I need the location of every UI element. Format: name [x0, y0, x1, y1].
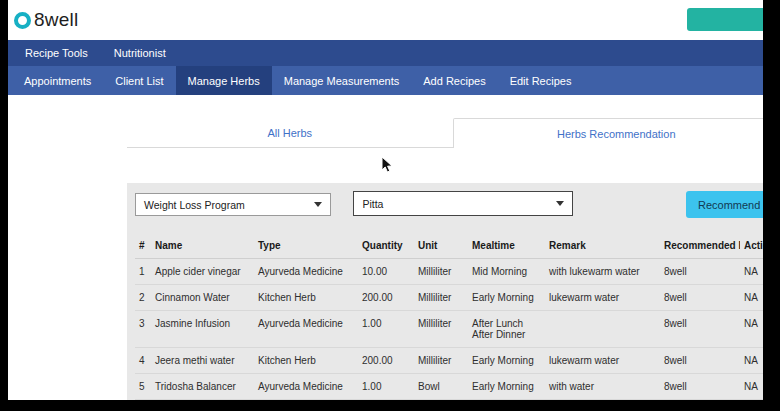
nav-item-manage-herbs[interactable]: Manage Herbs	[176, 66, 272, 95]
cell-unit: Bowl	[414, 374, 468, 400]
cell-quantity: 10.00	[358, 259, 414, 285]
cell-remark: with lukewarm water	[545, 259, 660, 285]
cell-recommended-by: 8well	[660, 311, 740, 348]
cell-remark	[545, 311, 660, 348]
nav-item-appointments[interactable]: Appointments	[12, 66, 103, 95]
col-header-unit: Unit	[414, 233, 468, 259]
table-row: 5 Tridosha Balancer Ayurveda Medicine 1.…	[135, 374, 772, 400]
cell-type: Ayurveda Medicine	[254, 311, 358, 348]
cell-type: Kitchen Herb	[254, 348, 358, 374]
nav-item-nutritionist[interactable]: Nutritionist	[101, 40, 179, 66]
col-header-recommended-by: Recommended By	[660, 233, 740, 259]
mouse-cursor-icon	[379, 156, 395, 178]
herbs-table: # Name Type Quantity Unit Mealtime Remar…	[135, 233, 772, 400]
cell-recommended-by: 8well	[660, 259, 740, 285]
cell-name: Tridosha Balancer	[151, 374, 254, 400]
cell-unit: Milliliter	[414, 348, 468, 374]
nav-item-add-recipes[interactable]: Add Recipes	[411, 66, 497, 95]
cell-num: 5	[135, 374, 151, 400]
tab-bar: All Herbs Herbs Recommendation	[127, 118, 780, 148]
app-content: 8well Recipe Tools Nutritionist Appointm…	[8, 0, 780, 400]
cell-quantity: 1.00	[358, 311, 414, 348]
dosha-select-value: Pitta	[362, 198, 383, 210]
logo-icon	[14, 12, 31, 29]
recommendation-panel: Weight Loss Program Pitta Recommend Herb…	[127, 183, 780, 400]
cell-unit: Milliliter	[414, 285, 468, 311]
dosha-select[interactable]: Pitta	[353, 191, 573, 216]
secondary-nav: Appointments Client List Manage Herbs Ma…	[8, 66, 780, 95]
cell-remark: with water	[545, 374, 660, 400]
cell-mealtime: Mid Morning	[468, 259, 545, 285]
cell-type: Ayurveda Medicine	[254, 374, 358, 400]
cell-name: Jeera methi water	[151, 348, 254, 374]
tab-herbs-recommendation[interactable]: Herbs Recommendation	[453, 118, 780, 148]
table-row: 3 Jasmine Infusion Ayurveda Medicine 1.0…	[135, 311, 772, 348]
tab-all-herbs[interactable]: All Herbs	[127, 118, 453, 148]
cell-remark: lukewarm water	[545, 348, 660, 374]
letterbox-right	[763, 0, 780, 411]
cell-type: Kitchen Herb	[254, 285, 358, 311]
col-header-name: Name	[151, 233, 254, 259]
cell-quantity: 1.00	[358, 374, 414, 400]
letterbox-left	[0, 0, 8, 411]
primary-nav: Recipe Tools Nutritionist	[8, 40, 780, 66]
col-header-quantity: Quantity	[358, 233, 414, 259]
app-window: 8well Recipe Tools Nutritionist Appointm…	[0, 0, 780, 411]
col-header-mealtime: Mealtime	[468, 233, 545, 259]
nav-item-edit-recipes[interactable]: Edit Recipes	[498, 66, 584, 95]
table-row: 2 Cinnamon Water Kitchen Herb 200.00 Mil…	[135, 285, 772, 311]
logo-text: 8well	[34, 9, 78, 31]
top-header: 8well	[8, 0, 780, 40]
tabs-area: All Herbs Herbs Recommendation	[8, 95, 780, 183]
chevron-down-icon	[556, 201, 564, 206]
cell-mealtime: Early Morning	[468, 285, 545, 311]
cell-name: Apple cider vinegar	[151, 259, 254, 285]
col-header-remark: Remark	[545, 233, 660, 259]
nav-item-client-list[interactable]: Client List	[103, 66, 175, 95]
cell-quantity: 200.00	[358, 348, 414, 374]
cell-remark: lukewarm water	[545, 285, 660, 311]
table-row: 1 Apple cider vinegar Ayurveda Medicine …	[135, 259, 772, 285]
chevron-down-icon	[314, 202, 322, 207]
nav-item-manage-measurements[interactable]: Manage Measurements	[272, 66, 412, 95]
cell-type: Ayurveda Medicine	[254, 259, 358, 285]
cell-num: 2	[135, 285, 151, 311]
cell-mealtime: After Lunch After Dinner	[468, 311, 545, 348]
cell-num: 3	[135, 311, 151, 348]
filter-controls: Weight Loss Program Pitta Recommend Herb…	[135, 191, 772, 221]
cell-recommended-by: 8well	[660, 285, 740, 311]
nav-item-recipe-tools[interactable]: Recipe Tools	[12, 40, 101, 66]
cell-quantity: 200.00	[358, 285, 414, 311]
program-select-value: Weight Loss Program	[144, 199, 245, 211]
cell-mealtime: Early Morning	[468, 374, 545, 400]
logo: 8well	[14, 9, 78, 31]
cell-recommended-by: 8well	[660, 374, 740, 400]
table-header-row: # Name Type Quantity Unit Mealtime Remar…	[135, 233, 772, 259]
cell-num: 4	[135, 348, 151, 374]
cell-mealtime: Early Morning	[468, 348, 545, 374]
cell-name: Jasmine Infusion	[151, 311, 254, 348]
cell-recommended-by: 8well	[660, 348, 740, 374]
cell-num: 1	[135, 259, 151, 285]
cell-name: Cinnamon Water	[151, 285, 254, 311]
table-row: 4 Jeera methi water Kitchen Herb 200.00 …	[135, 348, 772, 374]
cell-unit: Milliliter	[414, 311, 468, 348]
col-header-num: #	[135, 233, 151, 259]
letterbox-bottom	[0, 400, 780, 411]
col-header-type: Type	[254, 233, 358, 259]
program-select[interactable]: Weight Loss Program	[135, 193, 331, 216]
cell-unit: Milliliter	[414, 259, 468, 285]
